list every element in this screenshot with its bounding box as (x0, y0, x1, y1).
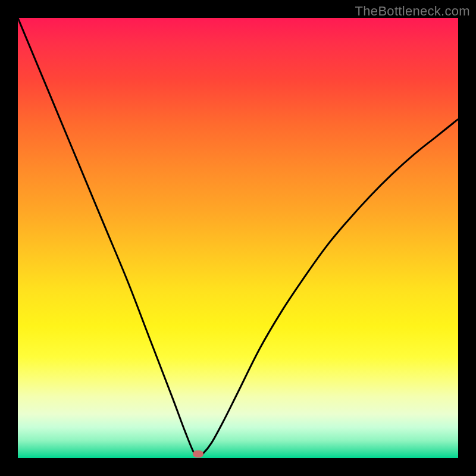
watermark-text: TheBottleneck.com (355, 4, 470, 19)
bottleneck-curve (18, 18, 458, 458)
curve-line (18, 18, 458, 456)
plot-area (18, 18, 458, 458)
optimum-marker (193, 450, 203, 458)
chart-frame: TheBottleneck.com (0, 0, 476, 476)
